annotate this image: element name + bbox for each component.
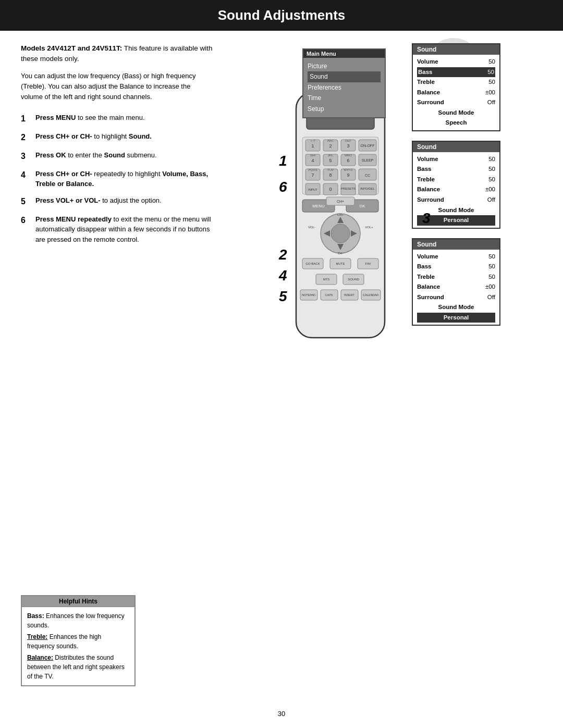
panel2-surround-row: SurroundOff bbox=[417, 195, 495, 205]
svg-text:FAV: FAV bbox=[365, 262, 371, 265]
panel1-mode-label: Sound Mode bbox=[417, 108, 495, 118]
svg-point-51 bbox=[331, 224, 350, 243]
right-column: Main Menu Picture Sound Preferences Time… bbox=[229, 43, 542, 346]
steps-list: 1 Press MENU to see the main menu. 2 Pre… bbox=[21, 113, 214, 245]
bass-hint: Bass: Enhances the low frequency sounds. bbox=[27, 611, 129, 630]
svg-text:CH-: CH- bbox=[338, 252, 344, 255]
svg-text:INSERT: INSERT bbox=[344, 293, 355, 297]
panel1-mode-value: Speech bbox=[417, 118, 495, 128]
menu-item-time: Time bbox=[308, 93, 381, 103]
panel3-bass-row: Bass50 bbox=[417, 262, 495, 272]
model-note: Models 24V412T and 24V511T: This feature… bbox=[21, 43, 214, 65]
svg-text:7: 7 bbox=[311, 172, 314, 178]
balance-hint: Balance: Distributes the sound between t… bbox=[27, 653, 129, 681]
panel2-balance-row: Balance±00 bbox=[417, 184, 495, 195]
svg-text:NOTEPAD: NOTEPAD bbox=[302, 293, 315, 297]
step-1-text: Press MENU to see the main menu. bbox=[35, 113, 214, 125]
panel1-volume-row: Volume50 bbox=[417, 57, 495, 67]
step-4: 4 Press CH+ or CH- repeatedly to highlig… bbox=[21, 169, 214, 189]
panel2-treble-row: Treble50 bbox=[417, 175, 495, 185]
panel3-mode-label: Sound Mode bbox=[417, 302, 495, 313]
panel3-volume-row: Volume50 bbox=[417, 252, 495, 262]
svg-text:CC: CC bbox=[365, 174, 370, 177]
step-overlay-4: 4 bbox=[279, 267, 287, 284]
step-1: 1 Press MENU to see the main menu. bbox=[21, 113, 214, 125]
bass-hint-label: Bass: bbox=[27, 612, 44, 620]
panel3-surround-row: SurroundOff bbox=[417, 292, 495, 303]
model-note-bold: Models 24V412T and 24V511T: bbox=[21, 44, 122, 52]
helpful-hints-body: Bass: Enhances the low frequency sounds.… bbox=[22, 607, 134, 685]
main-menu-title: Main Menu bbox=[303, 50, 385, 58]
svg-text:4: 4 bbox=[311, 158, 314, 163]
sound-panel-1-title: Sound bbox=[413, 44, 499, 55]
svg-text:WXYZ: WXYZ bbox=[344, 168, 353, 171]
step-1-number: 1 bbox=[21, 113, 30, 125]
treble-hint: Treble: Enhances the high frequency soun… bbox=[27, 632, 129, 651]
svg-text:MNO: MNO bbox=[345, 154, 352, 157]
svg-text:OK: OK bbox=[359, 204, 365, 208]
sound-panel-3-title: Sound bbox=[413, 239, 499, 250]
svg-text:INPUT: INPUT bbox=[308, 188, 317, 191]
step-4-text: Press CH+ or CH- repeatedly to highlight… bbox=[35, 169, 214, 189]
svg-text:GHI: GHI bbox=[310, 154, 316, 157]
panel1-treble-row: Treble50 bbox=[417, 77, 495, 88]
svg-text:VOL+: VOL+ bbox=[365, 226, 373, 229]
svg-text:MENU: MENU bbox=[312, 204, 325, 208]
step-overlay-2: 2 bbox=[279, 246, 287, 263]
svg-text:+-7: +-7 bbox=[311, 139, 316, 142]
panel3-mode-value: Personal bbox=[417, 313, 495, 323]
left-column: Models 24V412T and 24V511T: This feature… bbox=[21, 43, 214, 346]
step-overlay-5: 5 bbox=[279, 288, 287, 305]
step-3-text: Press OK to enter the Sound submenu. bbox=[35, 150, 214, 163]
svg-text:PRESETS: PRESETS bbox=[341, 187, 356, 190]
intro-text: You can adjust the low frequency (Bass) … bbox=[21, 71, 214, 102]
page-number: 30 bbox=[278, 710, 285, 718]
sound-panel-3-body: Volume50 Bass50 Treble50 Balance±00 Surr bbox=[413, 250, 499, 325]
balance-hint-label: Balance: bbox=[27, 654, 53, 661]
menu-item-sound: Sound bbox=[308, 71, 381, 82]
svg-text:0: 0 bbox=[329, 187, 332, 192]
step-2-text: Press CH+ or CH- to highlight Sound. bbox=[35, 131, 214, 144]
menu-item-setup: Setup bbox=[308, 104, 381, 114]
page-title: Sound Adjustments bbox=[0, 0, 563, 31]
svg-text:CALENDAR: CALENDAR bbox=[363, 293, 378, 297]
panel1-balance-row: Balance±00 bbox=[417, 88, 495, 98]
svg-text:GO BACK: GO BACK bbox=[305, 262, 320, 265]
svg-text:DEF: DEF bbox=[345, 139, 351, 142]
step-2-number: 2 bbox=[21, 131, 30, 144]
svg-text:VOL-: VOL- bbox=[308, 226, 315, 229]
step-5-text: Press VOL+ or VOL- to adjust the option. bbox=[35, 195, 214, 208]
svg-text:6: 6 bbox=[347, 158, 349, 163]
svg-text:2: 2 bbox=[329, 143, 332, 149]
panel2-volume-row: Volume50 bbox=[417, 154, 495, 165]
panel3-balance-row: Balance±00 bbox=[417, 282, 495, 292]
svg-text:ON-OFF: ON-OFF bbox=[361, 144, 375, 147]
step-2: 2 Press CH+ or CH- to highlight Sound. bbox=[21, 131, 214, 144]
step-6-text: Press MENU repeatedly to exit the menu o… bbox=[35, 214, 214, 245]
step-5: 5 Press VOL+ or VOL- to adjust the optio… bbox=[21, 195, 214, 208]
sound-panel-1: Sound Volume50 Bass50 Treble50 Balance±0… bbox=[412, 43, 500, 131]
svg-text:8: 8 bbox=[329, 172, 332, 178]
svg-text:CAPS: CAPS bbox=[325, 293, 333, 297]
step-3-number: 3 bbox=[21, 150, 30, 163]
svg-text:1: 1 bbox=[311, 143, 314, 149]
svg-text:MUTE: MUTE bbox=[336, 262, 345, 265]
svg-text:TUV: TUV bbox=[327, 168, 334, 171]
helpful-hints-box: Helpful Hints Bass: Enhances the low fre… bbox=[21, 595, 136, 686]
panel1-bass-row: Bass50 bbox=[417, 67, 495, 78]
sound-panels-container: Sound Volume50 Bass50 Treble50 Balance±0… bbox=[412, 43, 500, 326]
svg-text:SLEEP: SLEEP bbox=[362, 158, 374, 162]
menu-item-picture: Picture bbox=[308, 61, 381, 71]
svg-text:PQRS: PQRS bbox=[308, 168, 317, 171]
svg-text:CH+: CH+ bbox=[337, 213, 344, 216]
svg-text:3: 3 bbox=[347, 143, 349, 149]
svg-text:ABC: ABC bbox=[327, 139, 334, 142]
main-menu-display: Main Menu Picture Sound Preferences Time… bbox=[302, 48, 386, 118]
sound-panel-2-title: Sound bbox=[413, 142, 499, 152]
step-5-number: 5 bbox=[21, 195, 30, 208]
svg-text:5: 5 bbox=[329, 158, 332, 163]
panel3-treble-row: Treble50 bbox=[417, 272, 495, 282]
remote-area: Main Menu Picture Sound Preferences Time… bbox=[276, 43, 495, 346]
step-6: 6 Press MENU repeatedly to exit the menu… bbox=[21, 214, 214, 245]
svg-text:CH+: CH+ bbox=[337, 200, 344, 203]
